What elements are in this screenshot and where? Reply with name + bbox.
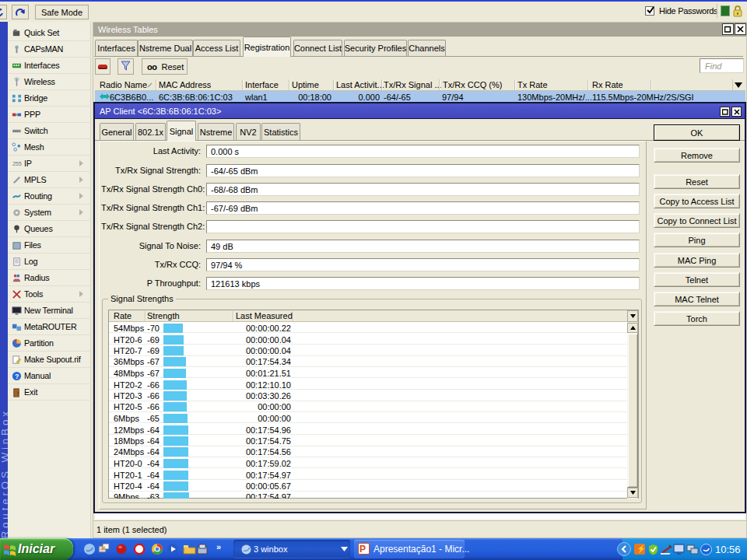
- svg-text:?: ?: [15, 372, 19, 380]
- svg-text:255: 255: [12, 160, 22, 167]
